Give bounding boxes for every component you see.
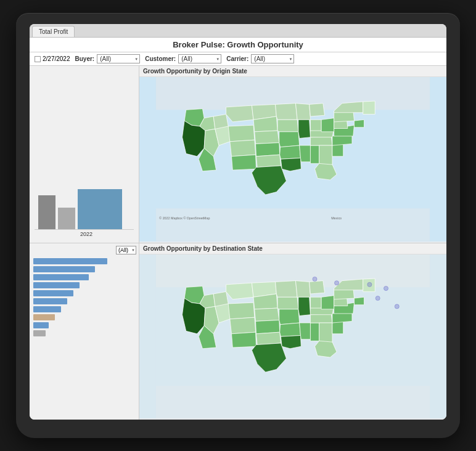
bottom-map-svg xyxy=(139,254,446,419)
hbar-fill-8 xyxy=(33,314,55,320)
carrier-select[interactable]: (All) xyxy=(251,54,294,63)
customer-select[interactable]: (All) xyxy=(178,54,221,63)
buyer-filter: Buyer: (All) xyxy=(75,54,141,63)
dest-state-mississippi xyxy=(300,323,311,339)
state-nebraska xyxy=(255,131,279,144)
svg-rect-2 xyxy=(156,208,430,241)
state-illinois xyxy=(298,120,311,138)
main-content: 2022 (All) xyxy=(30,66,446,420)
hbar-fill-6 xyxy=(33,298,67,304)
dashboard: Total Profit Broker Pulse: Growth Opport… xyxy=(30,24,446,420)
dashboard-title: Broker Pulse: Growth Opportunity xyxy=(173,40,303,49)
dest-dot-2 xyxy=(335,280,339,285)
top-map-panel: Growth Opportunity by Origin State xyxy=(139,66,446,243)
hbar-fill-2 xyxy=(33,266,95,272)
mexico-label: Mexico xyxy=(331,216,342,220)
dest-dot-3 xyxy=(367,282,372,286)
hbar-row-5 xyxy=(33,290,135,296)
profit-chart: 2022 xyxy=(32,68,136,240)
hbar-row-6 xyxy=(33,298,135,304)
top-map-title: Growth Opportunity by Origin State xyxy=(139,66,446,77)
hbar-row-8 xyxy=(33,314,135,320)
year-label: 2022 xyxy=(80,231,92,237)
hbar-row-2 xyxy=(33,266,135,272)
dest-state-alabama xyxy=(310,323,319,341)
customer-label: Customer: xyxy=(145,55,176,62)
hbar-fill-9 xyxy=(33,322,49,328)
filter-bar: 2/27/2022 Buyer: (All) Customer: (All) xyxy=(30,52,446,66)
hbar-row-10 xyxy=(33,330,135,336)
dest-state-kansas xyxy=(256,320,280,333)
dest-state-wisconsin xyxy=(295,280,310,297)
bottom-chart-panel: (All) xyxy=(30,243,139,420)
hbar-fill-4 xyxy=(33,282,80,288)
state-minnesota xyxy=(276,104,298,120)
hbar-row-3 xyxy=(33,274,135,280)
bottom-map-panel: Growth Opportunity by Destination State xyxy=(139,243,446,420)
dest-state-new-mexico xyxy=(232,332,256,347)
carrier-select-wrapper: (All) xyxy=(251,54,294,63)
hbar-row-9 xyxy=(33,322,135,328)
hbar-fill-5 xyxy=(33,290,73,296)
svg-rect-5 xyxy=(156,386,430,418)
top-map-svg: © 2022 Mapbox © OpenStreetMap Mexico xyxy=(139,77,446,242)
state-new-england xyxy=(363,101,375,114)
dest-state-tennessee xyxy=(310,313,332,322)
date-checkbox[interactable] xyxy=(35,56,41,62)
hbar-row-4 xyxy=(33,282,135,288)
bar-gray-tall xyxy=(38,195,55,229)
dest-state-minnesota xyxy=(276,280,298,297)
dest-state-illinois xyxy=(298,297,311,315)
tab-label: Total Profit xyxy=(39,28,68,35)
map-section: Growth Opportunity by Origin State xyxy=(139,66,446,420)
horizontal-bar-chart xyxy=(32,256,136,341)
customer-filter: Customer: (All) xyxy=(145,54,221,63)
state-ohio xyxy=(321,118,334,132)
tab-total-profit[interactable]: Total Profit xyxy=(32,26,75,37)
bottom-map-container xyxy=(139,254,446,419)
buyer-select-wrapper: (All) xyxy=(97,54,140,63)
hbar-row-7 xyxy=(33,306,135,312)
hbar-row-1 xyxy=(33,258,135,264)
dest-dot-1 xyxy=(313,277,317,281)
dest-dot-6 xyxy=(395,304,399,308)
state-louisiana xyxy=(281,158,301,171)
dest-state-louisiana xyxy=(281,335,301,348)
dest-state-ohio xyxy=(321,295,334,309)
attribution-text: © 2022 Mapbox © OpenStreetMap xyxy=(159,216,210,220)
tab-bar: Total Profit xyxy=(30,24,446,38)
dest-state-oklahoma xyxy=(256,332,281,344)
dest-state-missouri xyxy=(279,309,300,324)
carrier-filter: Carrier: (All) xyxy=(226,54,294,63)
dest-dot-5 xyxy=(375,296,380,300)
dest-state-iowa xyxy=(277,297,298,309)
state-wisconsin xyxy=(295,104,310,120)
dest-state-nebraska xyxy=(255,308,279,321)
state-mississippi xyxy=(300,145,311,162)
state-kansas xyxy=(256,143,280,156)
bar-blue-tall xyxy=(78,189,122,229)
bar-gray-medium xyxy=(58,208,75,229)
bottom-map-title: Growth Opportunity by Destination State xyxy=(139,243,446,254)
filter-date-value: 2/27/2022 xyxy=(43,55,70,62)
left-sidebar: 2022 (All) xyxy=(30,66,139,420)
dest-state-arkansas xyxy=(280,323,301,336)
dest-dot-4 xyxy=(384,286,388,290)
dest-state-indiana xyxy=(310,297,321,308)
state-tennessee xyxy=(310,136,332,145)
state-iowa xyxy=(277,120,298,132)
customer-select-wrapper: (All) xyxy=(178,54,221,63)
state-colorado xyxy=(230,140,256,156)
hbar-fill-10 xyxy=(33,330,46,336)
top-chart-panel: 2022 xyxy=(30,66,139,243)
buyer-select[interactable]: (All) xyxy=(97,54,140,63)
state-new-mexico xyxy=(232,155,256,170)
bottom-panel-select[interactable]: (All) xyxy=(116,246,136,254)
dest-state-michigan xyxy=(310,280,325,293)
state-michigan xyxy=(310,104,325,116)
dashboard-header: Broker Pulse: Growth Opportunity xyxy=(30,38,446,52)
hbar-fill-3 xyxy=(33,274,89,280)
hbar-fill-1 xyxy=(33,258,107,264)
carrier-label: Carrier: xyxy=(226,55,248,62)
state-oklahoma xyxy=(256,155,281,167)
